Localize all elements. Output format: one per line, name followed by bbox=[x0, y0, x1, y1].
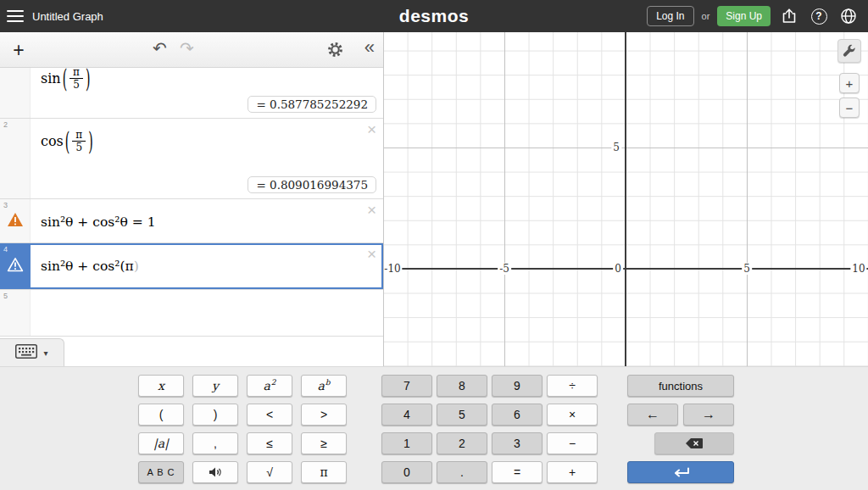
backspace-icon[interactable] bbox=[654, 432, 734, 454]
top-bar: Untitled Graph desmos Log In or Sign Up … bbox=[0, 0, 868, 32]
x-axis-label: 5 bbox=[742, 263, 752, 275]
help-icon[interactable]: ? bbox=[808, 5, 830, 27]
expression-gutter[interactable]: 5 bbox=[0, 290, 31, 336]
key-4[interactable]: 4 bbox=[381, 404, 432, 426]
cursor-right-icon[interactable]: → bbox=[683, 404, 734, 426]
collapse-panel-icon[interactable]: « bbox=[364, 36, 375, 58]
menu-icon[interactable] bbox=[0, 0, 31, 32]
key-2[interactable]: 2 bbox=[437, 432, 487, 454]
expression-gutter[interactable]: 3 bbox=[0, 199, 31, 242]
key-multiply[interactable]: × bbox=[547, 404, 598, 426]
expression-gutter[interactable]: 2 bbox=[0, 119, 31, 198]
expression-gutter[interactable]: 4 bbox=[0, 243, 31, 289]
close-expression-icon[interactable]: × bbox=[367, 246, 376, 262]
key-9[interactable]: 9 bbox=[492, 375, 542, 397]
graph-title[interactable]: Untitled Graph bbox=[32, 10, 103, 23]
login-button[interactable]: Log In bbox=[647, 6, 693, 26]
keypad-symbols-section: xya2ab()<>|a|,≤≥A B C√π bbox=[138, 375, 347, 483]
expression-math[interactable]: sin²θ + cos²(π) bbox=[31, 243, 383, 274]
redo-icon[interactable]: ↷ bbox=[180, 38, 194, 58]
zoom-out-button[interactable]: − bbox=[839, 97, 860, 118]
graph-canvas[interactable]: -10 -5 0 5 10 5 + − bbox=[384, 32, 868, 366]
keypad-numbers-section: 789÷456×123−0.=+ bbox=[381, 375, 598, 483]
keyboard-icon bbox=[15, 344, 37, 361]
undo-icon[interactable]: ↶ bbox=[153, 38, 167, 58]
expression-math[interactable]: cos(π5) bbox=[31, 119, 383, 154]
language-globe-icon[interactable] bbox=[837, 5, 860, 27]
enter-icon[interactable] bbox=[627, 461, 734, 483]
expression-gutter[interactable] bbox=[0, 68, 31, 118]
signup-button[interactable]: Sign Up bbox=[717, 6, 771, 26]
key-close-paren[interactable]: ) bbox=[192, 404, 238, 426]
key-sqrt-icon[interactable]: √ bbox=[247, 461, 292, 483]
key-x[interactable]: x bbox=[138, 375, 184, 397]
key-pi[interactable]: π bbox=[301, 461, 347, 483]
x-axis-label: -5 bbox=[498, 263, 511, 275]
zoom-in-button[interactable]: + bbox=[839, 73, 860, 93]
key-a2[interactable]: a2 bbox=[247, 375, 292, 397]
key-less-equal[interactable]: ≤ bbox=[247, 432, 292, 454]
or-label: or bbox=[702, 11, 710, 21]
math-keyboard: xya2ab()<>|a|,≤≥A B C√π 789÷456×123−0.=+… bbox=[0, 366, 868, 490]
share-icon[interactable] bbox=[778, 5, 800, 27]
expression-row-2[interactable]: 2 cos(π5) × = 0.809016994375 bbox=[0, 119, 383, 199]
cursor-left-icon[interactable]: ← bbox=[627, 404, 678, 426]
desmos-logo: desmos bbox=[399, 6, 469, 26]
key-equals[interactable]: = bbox=[492, 461, 542, 483]
key-0[interactable]: 0 bbox=[381, 461, 432, 483]
wrench-icon[interactable] bbox=[837, 39, 861, 63]
y-axis-label: 5 bbox=[611, 142, 621, 153]
warning-icon[interactable] bbox=[7, 257, 24, 276]
topbar-actions: Log In or Sign Up ? bbox=[647, 0, 860, 32]
expression-panel: + ↶ ↷ « sin(π5) = 0.587785252292 bbox=[0, 32, 384, 366]
key-7[interactable]: 7 bbox=[381, 375, 432, 397]
x-axis-label: 0 bbox=[613, 263, 623, 275]
keyboard-toggle-button[interactable]: ▾ bbox=[0, 338, 64, 366]
expression-math[interactable]: sin²θ + cos²θ = 1 bbox=[31, 199, 383, 230]
x-axis-label: 10 bbox=[850, 263, 866, 275]
expression-row-3[interactable]: 3 sin²θ + cos²θ = 1 × bbox=[0, 199, 383, 243]
x-axis bbox=[384, 268, 868, 270]
add-expression-button[interactable]: + bbox=[7, 38, 31, 62]
key-abs[interactable]: |a| bbox=[138, 432, 184, 454]
desmos-app: Untitled Graph desmos Log In or Sign Up … bbox=[0, 0, 868, 490]
key-1[interactable]: 1 bbox=[381, 432, 432, 454]
key-comma[interactable]: , bbox=[192, 432, 238, 454]
warning-icon[interactable] bbox=[7, 212, 24, 231]
expression-row-5[interactable]: 5 bbox=[0, 290, 383, 337]
key-speaker-icon[interactable] bbox=[192, 461, 238, 483]
key-divide[interactable]: ÷ bbox=[547, 375, 598, 397]
expression-list: sin(π5) = 0.587785252292 2 cos(π5) × bbox=[0, 68, 383, 366]
key-greater-than[interactable]: > bbox=[301, 404, 347, 426]
evaluation-result: = 0.587785252292 bbox=[248, 96, 376, 113]
expression-math[interactable]: sin(π5) bbox=[31, 68, 383, 92]
x-axis-label: -10 bbox=[382, 263, 402, 275]
key-ab[interactable]: ab bbox=[301, 375, 347, 397]
expression-toolbar: + ↶ ↷ « bbox=[0, 32, 383, 68]
key-abc[interactable]: A B C bbox=[138, 461, 184, 483]
close-expression-icon[interactable]: × bbox=[367, 202, 376, 218]
keypad-right-section: functions ← → bbox=[627, 375, 734, 483]
fraction: π5 bbox=[72, 129, 86, 154]
close-expression-icon[interactable]: × bbox=[367, 121, 376, 137]
key-3[interactable]: 3 bbox=[492, 432, 542, 454]
key-open-paren[interactable]: ( bbox=[138, 404, 184, 426]
key-8[interactable]: 8 bbox=[437, 375, 487, 397]
key-less-than[interactable]: < bbox=[247, 404, 292, 426]
key-y[interactable]: y bbox=[192, 375, 238, 397]
key-plus[interactable]: + bbox=[547, 461, 598, 483]
functions-button[interactable]: functions bbox=[627, 375, 734, 397]
key-greater-equal[interactable]: ≥ bbox=[301, 432, 347, 454]
key-decimal[interactable]: . bbox=[437, 461, 487, 483]
key-6[interactable]: 6 bbox=[492, 404, 542, 426]
key-minus[interactable]: − bbox=[547, 432, 598, 454]
y-axis bbox=[625, 32, 626, 366]
expression-row-1[interactable]: sin(π5) = 0.587785252292 bbox=[0, 68, 383, 119]
gear-icon[interactable] bbox=[326, 41, 344, 61]
evaluation-result: = 0.809016994375 bbox=[248, 176, 376, 193]
expression-row-4[interactable]: 4 sin²θ + cos²(π) × bbox=[0, 243, 383, 290]
chevron-down-icon: ▾ bbox=[43, 348, 47, 358]
main-area: + ↶ ↷ « sin(π5) = 0.587785252292 bbox=[0, 32, 868, 366]
key-5[interactable]: 5 bbox=[437, 404, 487, 426]
fraction: π5 bbox=[70, 68, 83, 92]
